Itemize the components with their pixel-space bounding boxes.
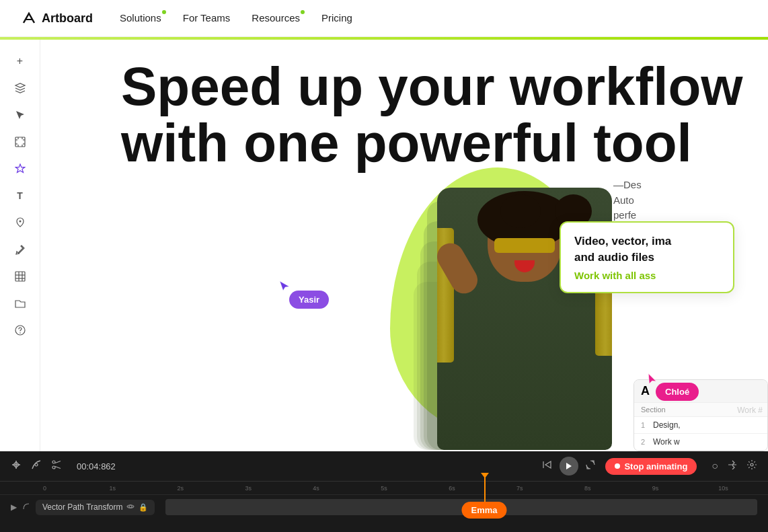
stop-label: Stop animating xyxy=(624,461,687,471)
desc-line-prefix: —Des xyxy=(613,178,768,193)
select-tool[interactable] xyxy=(9,104,31,126)
svg-point-16 xyxy=(20,332,21,334)
row-num-1: 1 xyxy=(641,421,649,429)
headline-line1: Speed up your workflow xyxy=(121,59,743,115)
logo[interactable]: Artboard xyxy=(22,11,93,26)
timeline-controls xyxy=(542,457,596,476)
forteams-link[interactable]: For Teams xyxy=(183,12,231,24)
row-num-2: 2 xyxy=(641,438,649,446)
ruler-5s: 5s xyxy=(350,485,418,492)
svg-point-18 xyxy=(35,463,38,466)
svg-rect-0 xyxy=(15,137,25,147)
loop-button[interactable] xyxy=(585,459,596,473)
nav-links: Solutions For Teams Resources Pricing xyxy=(120,12,352,24)
resources-link[interactable]: Resources xyxy=(252,12,300,24)
ruler-8s: 8s xyxy=(553,485,621,492)
help-tool[interactable] xyxy=(9,319,31,341)
logo-text: Artboard xyxy=(42,11,93,26)
folder-tool[interactable] xyxy=(9,293,31,314)
frame-tool[interactable] xyxy=(9,131,31,153)
text-tool[interactable]: T xyxy=(9,185,31,206)
desc-line-1: Auto xyxy=(613,193,768,208)
ruler-1s: 1s xyxy=(79,485,147,492)
logo-icon xyxy=(22,11,36,26)
track-lock-icon[interactable]: 🔒 xyxy=(139,503,148,512)
svg-point-19 xyxy=(52,461,55,463)
ruler-4s: 4s xyxy=(282,485,350,492)
ruler-0: 0 xyxy=(11,485,79,492)
ruler-3s: 3s xyxy=(215,485,282,492)
badge-yasir: Yasir xyxy=(289,291,329,309)
track-label: Vector Path Transform 🔒 xyxy=(36,500,155,515)
solutions-link[interactable]: Solutions xyxy=(120,12,161,24)
track-expand-icon[interactable]: ▶ xyxy=(11,502,17,512)
timeline: 00:04:862 Stop animating ○ xyxy=(0,451,768,532)
svg-rect-10 xyxy=(15,272,25,281)
track-label-text: Vector Path Transform xyxy=(42,502,122,512)
ruler-2s: 2s xyxy=(147,485,215,492)
badge-emma: Emma xyxy=(461,502,506,519)
stop-dot xyxy=(615,463,620,469)
skip-back-button[interactable] xyxy=(542,459,553,473)
timeline-track: ▶ Vector Path Transform 🔒 xyxy=(0,495,768,519)
hero-section: + T xyxy=(0,40,768,532)
add-tool[interactable]: + xyxy=(9,50,31,72)
timeline-ruler: 0 1s 2s 3s 4s 5s 6s 7s 8s 9s 10s xyxy=(0,482,768,495)
ruler-6s: 6s xyxy=(418,485,486,492)
timeline-settings-left[interactable]: ○ xyxy=(712,460,718,472)
timeline-split-icon[interactable] xyxy=(728,460,737,472)
dropper-tool[interactable] xyxy=(9,239,31,260)
svg-point-21 xyxy=(751,463,753,466)
navbar: Artboard Solutions For Teams Resources P… xyxy=(0,0,768,37)
svg-point-9 xyxy=(19,221,21,223)
row-text-1: Design, xyxy=(653,420,681,430)
timeline-scissors-icon[interactable] xyxy=(51,459,62,473)
cursor-yasir xyxy=(279,280,290,297)
nav-item-forteams[interactable]: For Teams xyxy=(183,12,231,24)
panel-row-2: 2 Work w xyxy=(634,434,767,451)
ruler-10s: 10s xyxy=(689,485,757,492)
pricing-link[interactable]: Pricing xyxy=(321,12,352,24)
svg-point-22 xyxy=(129,505,132,508)
row-text-2: Work w xyxy=(653,437,680,447)
timeline-toolbar: 00:04:862 Stop animating ○ xyxy=(0,451,768,482)
work-label: Work # xyxy=(732,403,768,418)
table-tool[interactable] xyxy=(9,266,31,287)
layers-tool[interactable] xyxy=(9,77,31,99)
badge-chloe: Chloé xyxy=(656,383,699,401)
timeline-ease-icon[interactable] xyxy=(31,459,42,473)
track-visibility-icon[interactable] xyxy=(126,502,135,512)
timeline-settings-icon[interactable] xyxy=(746,459,757,473)
panel-row-1: 1 Design, xyxy=(634,417,767,434)
nav-item-solutions[interactable]: Solutions xyxy=(120,12,161,24)
star-tool[interactable] xyxy=(9,158,31,180)
info-card-title: Video, vector, imaand audio files xyxy=(574,233,720,266)
svg-point-20 xyxy=(52,466,55,469)
track-path-icon xyxy=(22,502,30,512)
pen-tool[interactable] xyxy=(9,212,31,233)
info-card-link[interactable]: Work with all ass xyxy=(574,270,720,281)
nav-item-pricing[interactable]: Pricing xyxy=(321,12,352,24)
playhead-triangle xyxy=(481,473,489,478)
info-card: Video, vector, imaand audio files Work w… xyxy=(560,221,734,293)
timeline-keyframe-icon[interactable] xyxy=(11,459,22,473)
ruler-9s: 9s xyxy=(621,485,689,492)
ruler-7s: 7s xyxy=(486,485,553,492)
stop-animating-button[interactable]: Stop animating xyxy=(605,458,697,475)
nav-item-resources[interactable]: Resources xyxy=(252,12,300,24)
play-button[interactable] xyxy=(560,457,578,476)
timeline-time-display: 00:04:862 xyxy=(77,461,116,471)
